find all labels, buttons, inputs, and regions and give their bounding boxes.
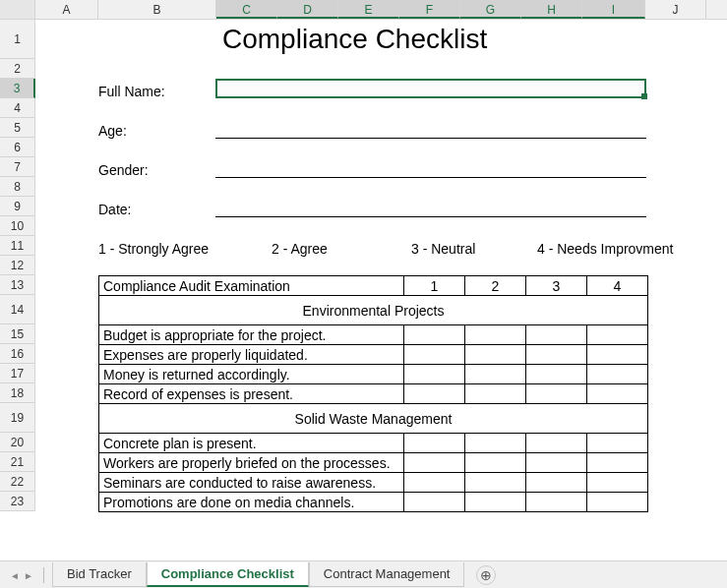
row-12[interactable]: 12 bbox=[0, 256, 35, 275]
col-H[interactable]: H bbox=[521, 0, 582, 19]
page-title: Compliance Checklist bbox=[222, 24, 487, 55]
table-row: Workers are properly briefed on the proc… bbox=[99, 453, 648, 473]
header-col-2: 2 bbox=[465, 276, 526, 296]
column-headers: A B C D E F G H I J bbox=[0, 0, 727, 20]
col-D[interactable]: D bbox=[277, 0, 338, 19]
cell-selection[interactable] bbox=[215, 79, 646, 98]
row-4[interactable]: 4 bbox=[0, 98, 35, 118]
table-row: Concrete plan is present. bbox=[99, 434, 648, 453]
row-10[interactable]: 10 bbox=[0, 216, 35, 236]
row-21[interactable]: 21 bbox=[0, 452, 35, 472]
row-22[interactable]: 22 bbox=[0, 472, 35, 492]
row-2[interactable]: 2 bbox=[0, 59, 35, 79]
row-14[interactable]: 14 bbox=[0, 295, 35, 324]
row-16[interactable]: 16 bbox=[0, 344, 35, 364]
tab-contract-management[interactable]: Contract Management bbox=[309, 562, 465, 587]
tab-prev-icon[interactable]: ◄ bbox=[10, 570, 20, 580]
table-row: Promotions are done on media channels. bbox=[99, 493, 648, 512]
row-13[interactable]: 13 bbox=[0, 275, 35, 295]
scale-3: 3 - Neutral bbox=[411, 241, 475, 257]
label-fullname: Full Name: bbox=[98, 84, 165, 99]
table-row: Money is returned accordingly. bbox=[99, 365, 648, 384]
col-B[interactable]: B bbox=[98, 0, 216, 19]
col-C[interactable]: C bbox=[216, 0, 277, 19]
row-17[interactable]: 17 bbox=[0, 364, 35, 383]
row-1[interactable]: 1 bbox=[0, 20, 35, 59]
tab-bid-tracker[interactable]: Bid Tracker bbox=[52, 562, 147, 587]
checklist-table: Compliance Audit Examination 1 2 3 4 Env… bbox=[98, 275, 648, 512]
table-row: Expenses are properly liquidated. bbox=[99, 345, 648, 365]
header-col-3: 3 bbox=[526, 276, 587, 296]
tab-next-icon[interactable]: ► bbox=[24, 570, 33, 580]
table-header-row: Compliance Audit Examination 1 2 3 4 bbox=[99, 276, 648, 296]
spreadsheet-grid[interactable]: Compliance Checklist Full Name: Age: Gen… bbox=[35, 20, 727, 511]
col-J[interactable]: J bbox=[645, 0, 706, 19]
label-age: Age: bbox=[98, 123, 127, 139]
scale-1: 1 - Strongly Agree bbox=[98, 241, 209, 257]
section2-title: Solid Waste Management bbox=[99, 404, 648, 434]
row-20[interactable]: 20 bbox=[0, 433, 35, 452]
row-23[interactable]: 23 bbox=[0, 492, 35, 511]
field-underline-age bbox=[215, 138, 646, 139]
row-11[interactable]: 11 bbox=[0, 236, 35, 256]
fill-handle[interactable] bbox=[641, 93, 647, 99]
label-date: Date: bbox=[98, 202, 131, 217]
row-7[interactable]: 7 bbox=[0, 157, 35, 177]
section1-title: Environmental Projects bbox=[99, 296, 648, 325]
row-headers: 1 2 3 4 5 6 7 8 9 10 11 12 13 14 15 16 1… bbox=[0, 20, 35, 511]
row-19[interactable]: 19 bbox=[0, 403, 35, 433]
add-sheet-icon[interactable]: ⊕ bbox=[476, 565, 496, 585]
row-9[interactable]: 9 bbox=[0, 197, 35, 216]
row-5[interactable]: 5 bbox=[0, 118, 35, 138]
row-15[interactable]: 15 bbox=[0, 324, 35, 344]
row-3[interactable]: 3 bbox=[0, 79, 35, 98]
label-gender: Gender: bbox=[98, 162, 149, 178]
tab-compliance-checklist[interactable]: Compliance Checklist bbox=[147, 562, 309, 587]
select-all-corner[interactable] bbox=[0, 0, 35, 19]
scale-4: 4 - Needs Improvment bbox=[537, 241, 674, 257]
col-F[interactable]: F bbox=[399, 0, 460, 19]
header-col-1: 1 bbox=[404, 276, 465, 296]
col-A[interactable]: A bbox=[35, 0, 98, 19]
header-label: Compliance Audit Examination bbox=[99, 276, 404, 296]
sheet-tabs: Bid Tracker Compliance Checklist Contrac… bbox=[52, 562, 464, 587]
col-I[interactable]: I bbox=[582, 0, 645, 19]
tab-separator bbox=[43, 567, 44, 583]
col-E[interactable]: E bbox=[338, 0, 399, 19]
header-col-4: 4 bbox=[587, 276, 648, 296]
row-18[interactable]: 18 bbox=[0, 383, 35, 403]
field-underline-date bbox=[215, 216, 646, 217]
sheet-tab-bar: ◄ ► Bid Tracker Compliance Checklist Con… bbox=[0, 560, 727, 588]
field-underline-gender bbox=[215, 177, 646, 178]
table-row: Seminars are conducted to raise awarenes… bbox=[99, 473, 648, 493]
row-8[interactable]: 8 bbox=[0, 177, 35, 197]
tab-nav: ◄ ► bbox=[0, 570, 43, 580]
table-row: Record of expenses is present. bbox=[99, 384, 648, 404]
table-row: Budget is appropriate for the project. bbox=[99, 325, 648, 345]
row-6[interactable]: 6 bbox=[0, 138, 35, 157]
col-G[interactable]: G bbox=[460, 0, 521, 19]
scale-2: 2 - Agree bbox=[272, 241, 328, 257]
